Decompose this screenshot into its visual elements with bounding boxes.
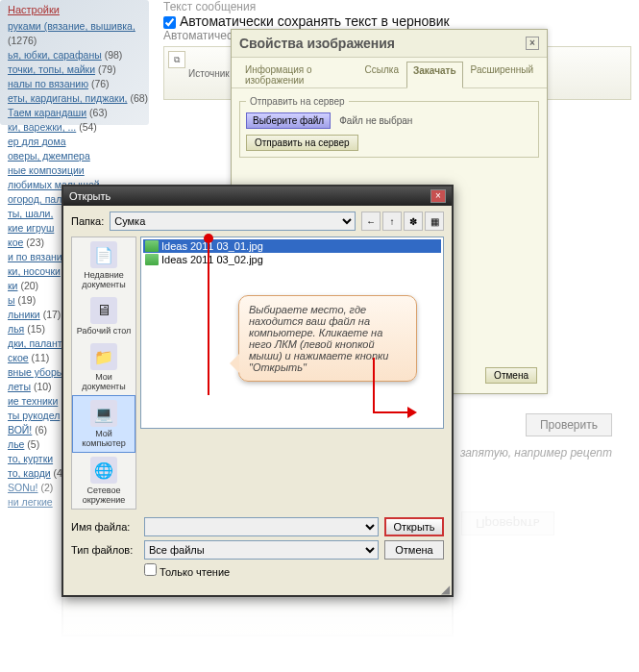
image-file-icon xyxy=(145,240,159,252)
send-server-button[interactable]: Отправить на сервер xyxy=(246,135,358,151)
folder-select[interactable]: Сумка xyxy=(110,212,356,231)
sidebar-link[interactable]: кое xyxy=(8,236,23,248)
sidebar-link[interactable]: ни легкие xyxy=(8,496,53,508)
sidebar-link[interactable]: руками (вязание, вышивка, xyxy=(8,20,135,32)
sidebar-count: (10) xyxy=(31,381,52,392)
sidebar-link[interactable]: ья, юбки, сарафаны xyxy=(8,49,102,61)
sidebar-count: (98) xyxy=(102,49,123,61)
sidebar-count: (19) xyxy=(15,294,37,306)
cancel-button[interactable]: Отмена xyxy=(485,367,537,384)
sidebar-link[interactable]: вные уборы xyxy=(8,366,63,378)
sidebar-link[interactable]: ское xyxy=(8,352,29,363)
sidebar-count: (54) xyxy=(76,121,97,133)
source-icon[interactable]: ⧉ xyxy=(168,51,185,68)
place-icon: 📄 xyxy=(90,241,117,268)
sidebar-link[interactable]: еты, кардиганы, пиджаки, xyxy=(8,92,127,104)
places-bar: 📄Недавние документы🖥Рабочий стол📁Мои док… xyxy=(71,236,136,510)
tab-info[interactable]: Информация о изображении xyxy=(239,62,357,88)
sidebar-link[interactable]: ер для дома xyxy=(8,136,65,147)
views-icon[interactable]: ▦ xyxy=(425,212,444,231)
new-folder-icon[interactable]: ✽ xyxy=(404,212,423,231)
sidebar-link[interactable]: лье xyxy=(8,438,24,450)
sidebar-link[interactable]: ки xyxy=(8,280,17,291)
upload-fieldset: Отправить на сервер Выберите файл Файл н… xyxy=(239,96,539,158)
sidebar-count: (63) xyxy=(86,107,108,118)
sidebar-link[interactable]: и по вязани xyxy=(8,251,62,262)
sidebar-link[interactable]: леты xyxy=(8,381,31,392)
sidebar-link[interactable]: то, карди xyxy=(8,467,51,479)
sidebar-count: (5) xyxy=(24,438,39,450)
place-item[interactable]: 🌐Сетевое окружение xyxy=(72,453,135,509)
place-icon: 💻 xyxy=(90,400,117,427)
place-icon: 🌐 xyxy=(90,457,117,484)
place-item[interactable]: 💻Мой компьютер xyxy=(72,395,135,453)
tab-link[interactable]: Ссылка xyxy=(359,62,405,88)
instruction-callout: Выбираете место, где находится ваш файл … xyxy=(238,295,417,382)
sidebar-count: (20) xyxy=(17,280,38,291)
sidebar-link[interactable]: дки, палант xyxy=(8,337,62,349)
sidebar-link[interactable]: ы xyxy=(8,294,15,306)
sidebar-link[interactable]: ты рукодел xyxy=(8,410,60,421)
sidebar-link[interactable]: то, куртки xyxy=(8,453,53,464)
dialog-title: Свойства изображения xyxy=(239,36,395,51)
sidebar-link[interactable]: налы по вязанию xyxy=(8,78,88,89)
sidebar-count: (23) xyxy=(23,236,44,248)
close-icon[interactable]: × xyxy=(430,189,446,203)
up-icon[interactable]: ↑ xyxy=(382,212,402,231)
tab-upload[interactable]: Закачать xyxy=(406,62,463,88)
dialog-tabs: Информация о изображении Ссылка Закачать… xyxy=(232,58,547,88)
sidebar-count: (15) xyxy=(24,323,45,335)
sidebar-link[interactable]: ты, шали, xyxy=(8,208,53,219)
sidebar-count: (6) xyxy=(32,424,47,436)
file-item[interactable]: Ideas 2011 03_02.jpg xyxy=(143,253,441,266)
image-file-icon xyxy=(145,254,159,265)
message-label: Текст сообщения xyxy=(163,0,631,13)
autosave-checkbox[interactable] xyxy=(163,16,176,29)
sidebar-link[interactable]: ие техники xyxy=(8,395,58,407)
readonly-label: Только чтение xyxy=(160,566,230,578)
sidebar-link[interactable]: ВОЙ! xyxy=(8,424,32,436)
place-item[interactable]: 📄Недавние документы xyxy=(72,237,135,293)
sidebar-count: (17) xyxy=(40,309,61,320)
place-item[interactable]: 🖥Рабочий стол xyxy=(72,293,135,339)
file-item[interactable]: Ideas 2011 03_01.jpg xyxy=(143,239,441,253)
cancel-button[interactable]: Отмена xyxy=(384,540,444,560)
readonly-checkbox[interactable] xyxy=(144,563,157,576)
sidebar-count: (76) xyxy=(88,78,110,89)
back-icon[interactable]: ← xyxy=(361,212,381,231)
place-item[interactable]: 📁Мои документы xyxy=(72,339,135,395)
sidebar-link[interactable]: лья xyxy=(8,323,24,335)
resize-grip[interactable]: ◢ xyxy=(63,585,452,595)
sidebar-link[interactable]: Таем карандаши xyxy=(8,107,86,118)
sidebar-link[interactable]: оверы, джемпера xyxy=(8,150,90,162)
filename-label: Имя файла: xyxy=(71,521,138,533)
close-icon[interactable]: × xyxy=(526,37,539,50)
sidebar-link[interactable]: SONu! xyxy=(8,482,38,493)
choose-file-button[interactable]: Выберите файл xyxy=(246,112,331,129)
no-file-label: Файл не выбран xyxy=(339,115,412,126)
filename-input[interactable] xyxy=(144,517,379,536)
autosave-label: Автоматически сохранять текст в черновик xyxy=(180,13,450,29)
settings-link[interactable]: Настройки xyxy=(8,4,150,15)
nav-icons: ← ↑ ✽ ▦ xyxy=(361,212,444,231)
file-dialog-title: Открыть xyxy=(69,190,111,202)
place-icon: 🖥 xyxy=(90,297,117,324)
filetype-select[interactable]: Все файлы xyxy=(144,540,379,560)
sidebar-count: (2) xyxy=(38,482,54,493)
file-open-dialog: Открыть × Папка: Сумка ← ↑ ✽ ▦ 📄Недавние… xyxy=(61,185,454,597)
sidebar-link[interactable]: кие игруш xyxy=(8,222,54,234)
open-button[interactable]: Открыть xyxy=(384,517,444,536)
sidebar-link[interactable]: льники xyxy=(8,309,40,320)
sidebar-count: (1276) xyxy=(8,35,37,46)
sidebar-count: (68) xyxy=(127,92,148,104)
sidebar-link[interactable]: точки, топы, майки xyxy=(8,63,95,75)
source-label[interactable]: Источник xyxy=(188,68,230,79)
sidebar-link[interactable]: ки, носочки xyxy=(8,265,61,277)
place-icon: 📁 xyxy=(90,343,117,370)
verify-button[interactable]: Проверить xyxy=(526,413,612,436)
sidebar-count: (79) xyxy=(95,63,116,75)
sidebar-link[interactable]: ки, варежки, ... xyxy=(8,121,76,133)
sidebar-link[interactable]: ные композиции xyxy=(8,164,85,176)
upload-legend: Отправить на сервер xyxy=(246,96,349,107)
tab-advanced[interactable]: Расширенный xyxy=(465,62,539,88)
